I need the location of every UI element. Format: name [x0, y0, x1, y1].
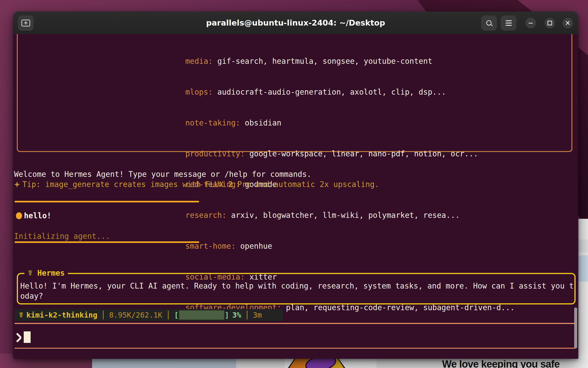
terminal-titlebar[interactable]: parallels@ubuntu-linux-2404: ~/Desktop +: [13, 11, 578, 34]
progress-percent: 3%: [232, 309, 241, 321]
background-window-edge[interactable]: [578, 219, 588, 368]
terminal-content: media: gif-search, heartmula, songsee, y…: [13, 34, 578, 359]
search-handle: [491, 24, 493, 27]
close-icon: [565, 20, 570, 26]
scrollbar-thumb[interactable]: [574, 307, 577, 349]
blank-line: [185, 333, 515, 344]
input-divider-line: [15, 323, 575, 324]
menu-bar: [506, 25, 512, 26]
category-row: productivity: google-workspace, linear, …: [185, 149, 515, 159]
progress-bracket: ]: [225, 309, 229, 321]
menu-bar: [506, 20, 512, 21]
category-row: note-taking: obsidian: [185, 118, 515, 128]
category-row: research: arxiv, blogwatcher, llm-wiki, …: [185, 210, 515, 221]
status-separator: │: [101, 309, 105, 321]
init-status: Initializing agent...: [14, 231, 110, 241]
new-tab-plus: +: [22, 20, 29, 26]
category-value: obsidian: [240, 118, 281, 127]
prompt-chevron: [15, 333, 21, 343]
category-value: google-workspace, linear, nano-pdf, noti…: [245, 149, 478, 158]
caduceus-icon: ☤: [28, 268, 33, 277]
minimize-icon: [529, 23, 533, 24]
menu-icon: [506, 20, 512, 26]
agent-name: Hermes: [37, 268, 65, 277]
category-label: mlops:: [185, 88, 213, 96]
progress-bar-fill: [179, 310, 224, 320]
agent-box-label: ☤ Hermes: [24, 268, 68, 278]
close-button[interactable]: [562, 18, 573, 28]
category-row: media: gif-search, heartmula, songsee, y…: [185, 56, 515, 66]
search-button[interactable]: [481, 15, 497, 31]
separator-line: [15, 241, 199, 243]
category-label: research:: [185, 211, 226, 220]
input-divider-line: [15, 348, 575, 349]
welcome-message: Welcome to Hermes Agent! Type your messa…: [14, 169, 311, 179]
category-value: audiocraft-audio-generation, axolotl, cl…: [213, 88, 446, 96]
browser-caption-text: We love keeping you safe: [442, 359, 588, 368]
maximize-icon: [547, 21, 552, 25]
minimize-button[interactable]: [525, 18, 536, 28]
text-cursor[interactable]: [24, 331, 31, 343]
background-browser-window[interactable]: We love keeping you safe: [92, 359, 588, 368]
context-usage: 8.95K/262.1K: [109, 309, 162, 321]
new-tab-button[interactable]: +: [18, 15, 34, 31]
background-window-band-gray: [578, 239, 588, 252]
desktop: We love keeping you safe parallels@ubunt…: [0, 0, 588, 368]
category-label: media:: [185, 57, 213, 66]
agent-reply-line: Hello! I'm Hermes, your CLI AI agent. Re…: [20, 281, 574, 291]
user-bullet-icon: [16, 212, 22, 219]
category-row: mlops: audiocraft-audio-generation, axol…: [185, 87, 515, 97]
browser-artwork-image: [285, 359, 376, 368]
maximize-button[interactable]: [544, 18, 555, 28]
model-name: kimi-k2-thinking: [26, 309, 97, 321]
status-separator: │: [245, 309, 249, 321]
separator-line: [15, 201, 199, 202]
caduceus-icon: ☤: [19, 309, 24, 321]
category-value: gif-search, heartmula, songsee, youtube-…: [213, 57, 432, 66]
progress-bracket: [: [174, 309, 178, 321]
category-value: plan, requesting-code-review, subagent-d…: [281, 303, 515, 312]
status-separator: │: [166, 309, 170, 321]
user-message: hello!: [24, 211, 51, 221]
artwork-purple-shape: [304, 359, 337, 368]
browser-blue-panel: [92, 359, 236, 368]
tip-bold: 2: [228, 180, 233, 189]
menu-button[interactable]: [501, 15, 516, 31]
tip-rest: Pro and automatic 2x upscaling.: [233, 180, 379, 189]
category-label: productivity:: [185, 149, 245, 158]
status-bar: ☤kimi-k2-thinking│8.95K/262.1K│[]3%│3m: [15, 309, 283, 321]
sparkle-icon: [14, 182, 20, 187]
elapsed-time: 3m: [253, 309, 262, 321]
chevron-bar: [16, 337, 22, 342]
tip-text: Tip: image_generate creates images with …: [22, 180, 228, 189]
agent-reply-line: oday?: [20, 291, 43, 301]
new-tab-icon: +: [21, 19, 30, 27]
terminal-window: parallels@ubuntu-linux-2404: ~/Desktop +: [13, 11, 578, 359]
category-row: smart-home: openhue: [185, 241, 515, 251]
tip-line: Tip: image_generate creates images with …: [14, 179, 379, 190]
background-window-band-blue: [578, 255, 588, 282]
category-value: arxiv, blogwatcher, llm-wiki, polymarket…: [226, 211, 460, 220]
search-icon: [486, 20, 492, 26]
menu-bar: [506, 23, 512, 24]
category-label: note-taking:: [185, 118, 240, 127]
category-value: openhue: [236, 242, 272, 250]
